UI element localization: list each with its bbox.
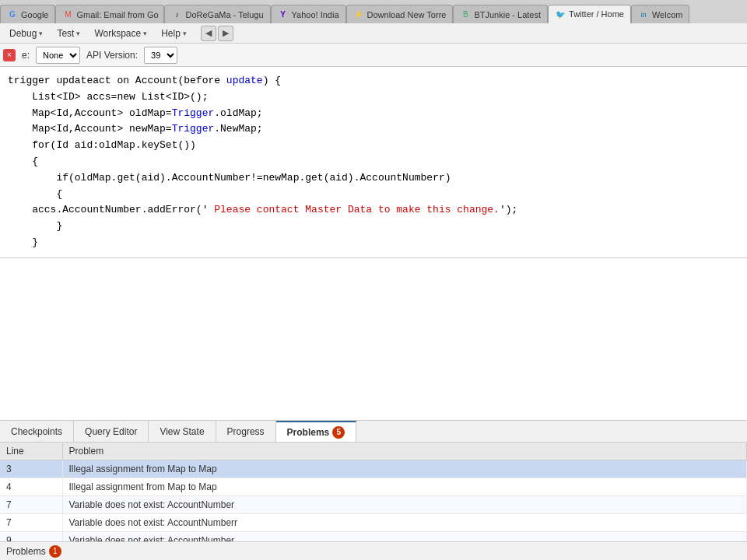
- tab-yahoo[interactable]: Y Yahoo! India: [271, 5, 346, 23]
- tab-torrent-label: Download New Torre: [367, 10, 447, 19]
- torrent-favicon: ⚡: [353, 9, 364, 20]
- code-line-9: accs.AccountNumber.addError(' Please con…: [3, 202, 744, 219]
- code-line-3: Map<Id,Account> oldMap=Trigger.oldMap;: [3, 106, 744, 122]
- twitter-favicon: 🐦: [555, 9, 566, 19]
- code-line-10: }: [3, 219, 744, 235]
- gmail-favicon: M: [62, 9, 73, 20]
- status-label: Problems: [6, 546, 46, 557]
- google-favicon: G: [7, 9, 18, 20]
- close-icon: ×: [3, 49, 16, 61]
- workspace-dropdown-arrow: ▾: [143, 30, 147, 37]
- status-bar: Problems 1: [0, 541, 747, 560]
- forward-button[interactable]: ▶: [218, 26, 233, 41]
- problem-line-3: 7: [0, 496, 62, 514]
- tab-doregama-label: DoReGaMa - Telugu: [185, 10, 263, 19]
- problem-row-1[interactable]: 3 Illegal assignment from Map to Map: [0, 460, 747, 478]
- tab-google[interactable]: G Google: [0, 5, 55, 23]
- help-dropdown-arrow: ▾: [183, 30, 187, 37]
- close-button[interactable]: ×: [3, 49, 16, 61]
- problems-badge: 5: [332, 426, 345, 439]
- main-content: trigger updateact on Account(before upda…: [0, 67, 747, 560]
- problem-line-2: 4: [0, 478, 62, 496]
- tab-doregama[interactable]: ♪ DoReGaMa - Telugu: [164, 5, 270, 23]
- tab-progress[interactable]: Progress: [216, 421, 276, 442]
- menu-test[interactable]: Test ▾: [51, 26, 86, 41]
- status-count: 1: [49, 545, 61, 558]
- tab-yahoo-label: Yahoo! India: [292, 10, 339, 19]
- tab-problems[interactable]: Problems 5: [276, 421, 357, 442]
- code-line-7: if(oldMap.get(aid).AccountNumber!=newMap…: [3, 170, 744, 187]
- tab-gmail[interactable]: M Gmail: Email from Go: [55, 5, 164, 23]
- panel-tabs-bar: Checkpoints Query Editor View State Prog…: [0, 421, 747, 443]
- problems-table: Line Problem 3 Illegal assignment from M…: [0, 443, 747, 550]
- code-line-2: List<ID> accs=new List<ID>();: [3, 89, 744, 106]
- profile-select[interactable]: None: [36, 47, 80, 64]
- tab-checkpoints[interactable]: Checkpoints: [0, 421, 74, 442]
- col-problem: Problem: [62, 443, 747, 460]
- tab-twitter-label: Twitter / Home: [569, 9, 624, 19]
- code-line-5: for(Id aid:oldMap.keySet()): [3, 138, 744, 154]
- menu-workspace[interactable]: Workspace ▾: [88, 26, 153, 41]
- code-line-4: Map<Id,Account> newMap=Trigger.NewMap;: [3, 121, 744, 138]
- code-line-6: {: [3, 154, 744, 170]
- tab-welcome-label: Welcom: [652, 10, 683, 19]
- tab-welcome[interactable]: in Welcom: [631, 5, 690, 23]
- prefix-label: e:: [22, 50, 30, 61]
- tab-gmail-label: Gmail: Email from Go: [76, 10, 158, 19]
- tab-query-editor[interactable]: Query Editor: [74, 421, 149, 442]
- tab-btjunkie[interactable]: B BTJunkie - Latest: [453, 5, 548, 23]
- code-line-1: trigger updateact on Account(before upda…: [3, 73, 744, 89]
- tab-torrent[interactable]: ⚡ Download New Torre: [346, 5, 454, 23]
- problem-row-4[interactable]: 7 Variable does not exist: AccountNumber…: [0, 514, 747, 532]
- tab-google-label: Google: [21, 10, 48, 19]
- menu-bar: Debug ▾ Test ▾ Workspace ▾ Help ▾ ◀ ▶: [0, 23, 747, 44]
- nav-buttons: ◀ ▶: [201, 26, 233, 41]
- problem-desc-2: Illegal assignment from Map to Map: [62, 478, 747, 496]
- problem-row-2[interactable]: 4 Illegal assignment from Map to Map: [0, 478, 747, 496]
- problem-desc-1: Illegal assignment from Map to Map: [62, 460, 747, 478]
- test-dropdown-arrow: ▾: [76, 30, 80, 37]
- yahoo-favicon: Y: [278, 9, 289, 20]
- bottom-panel: Checkpoints Query Editor View State Prog…: [0, 420, 747, 560]
- welcome-favicon: in: [638, 9, 649, 20]
- col-line: Line: [0, 443, 62, 460]
- back-button[interactable]: ◀: [201, 26, 216, 41]
- menu-debug[interactable]: Debug ▾: [3, 26, 49, 41]
- tab-btjunkie-label: BTJunkie - Latest: [474, 10, 541, 19]
- status-problems-badge[interactable]: Problems 1: [6, 545, 61, 558]
- btjunkie-favicon: B: [460, 9, 471, 20]
- code-line-11: }: [3, 235, 744, 251]
- editor-wrapper: trigger updateact on Account(before upda…: [0, 67, 747, 420]
- tab-view-state[interactable]: View State: [149, 421, 216, 442]
- code-line-8: {: [3, 187, 744, 203]
- problem-desc-4: Variable does not exist: AccountNumberr: [62, 514, 747, 532]
- tab-twitter[interactable]: 🐦 Twitter / Home: [548, 5, 631, 23]
- code-editor[interactable]: trigger updateact on Account(before upda…: [0, 67, 747, 258]
- problem-line-4: 7: [0, 514, 62, 532]
- problem-desc-3: Variable does not exist: AccountNumber: [62, 496, 747, 514]
- problem-line-1: 3: [0, 460, 62, 478]
- api-version-select[interactable]: 39 38 37: [144, 47, 177, 64]
- doregama-favicon: ♪: [171, 9, 182, 20]
- problem-row-3[interactable]: 7 Variable does not exist: AccountNumber: [0, 496, 747, 514]
- browser-tab-bar: G Google M Gmail: Email from Go ♪ DoReGa…: [0, 0, 747, 23]
- api-version-label: API Version:: [86, 50, 138, 61]
- toolbar: × e: None API Version: 39 38 37: [0, 44, 747, 67]
- menu-help[interactable]: Help ▾: [155, 26, 193, 41]
- debug-dropdown-arrow: ▾: [39, 30, 43, 37]
